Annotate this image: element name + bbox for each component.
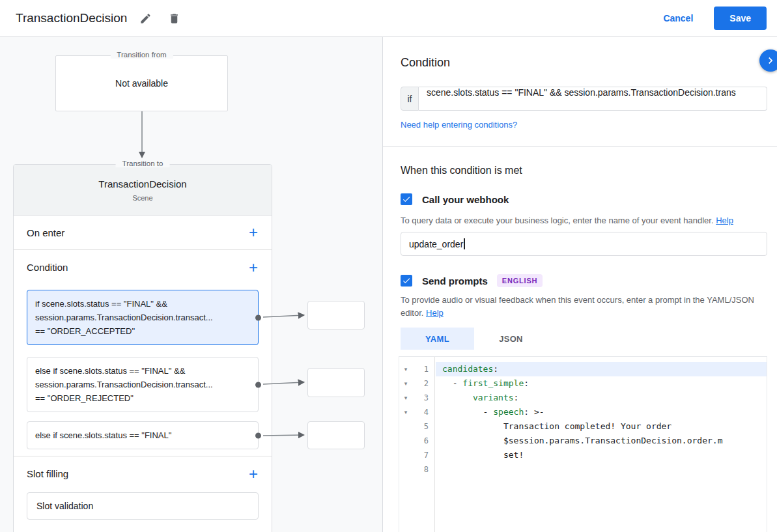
conditions-help-link[interactable]: Need help entering conditions?	[401, 120, 517, 130]
condition-input[interactable]: scene.slots.status == "FINAL" && session…	[419, 87, 767, 111]
code-line[interactable]: - first_simple:	[436, 376, 767, 391]
tab-json[interactable]: JSON	[474, 328, 548, 350]
editor-gutter: ▾1▾2▾3▾45678	[399, 357, 435, 532]
webhook-help-link[interactable]: Help	[716, 216, 733, 225]
condition-item[interactable]: else if scene.slots.status == "FINAL"	[27, 421, 259, 449]
pencil-icon	[139, 12, 152, 25]
flow-canvas: Transition from Not available Transition…	[0, 37, 383, 532]
condition-section-label: Condition	[27, 262, 68, 273]
code-line[interactable]: set!	[436, 448, 767, 462]
prompts-checkbox[interactable]	[401, 275, 412, 287]
fold-arrow-icon[interactable]: ▾	[399, 395, 412, 401]
slot-filling-row[interactable]: Slot filling +	[14, 456, 272, 491]
scene-card-header[interactable]: TransactionDecision Scene	[14, 165, 272, 216]
webhook-checkbox[interactable]	[401, 193, 412, 205]
code-line[interactable]: $session.params.TransactionDecision.orde…	[436, 434, 767, 448]
fold-arrow-icon[interactable]: ▾	[399, 366, 412, 372]
add-condition-button[interactable]: +	[243, 257, 264, 278]
condition-item[interactable]: else if scene.slots.status == "FINAL" &&…	[27, 357, 259, 412]
slot-validation-box[interactable]: Slot validation	[27, 492, 259, 520]
code-line[interactable]	[436, 462, 767, 477]
condition-item[interactable]: if scene.slots.status == "FINAL" &&sessi…	[27, 290, 259, 345]
condition-item-list: if scene.slots.status == "FINAL" &&sessi…	[14, 285, 272, 456]
transition-to-label: Transition to	[116, 160, 170, 167]
code-token: :	[514, 393, 519, 402]
webhook-row: Call your webhook	[401, 193, 509, 205]
collapse-panel-button[interactable]	[759, 49, 777, 72]
code-line[interactable]: Transaction completed! Your order	[436, 419, 767, 434]
transition-from-node: Transition from Not available	[55, 55, 228, 111]
event-handler-value: update_order	[409, 239, 463, 249]
event-handler-input[interactable]: update_order	[401, 232, 767, 256]
transition-target-box[interactable]	[307, 421, 365, 449]
connector-dot[interactable]	[255, 432, 261, 438]
code-token: $session.params.TransactionDecision.orde…	[442, 436, 722, 445]
code-token: :	[524, 407, 534, 417]
page-title: TransactionDecision	[16, 11, 127, 25]
line-number: 3	[412, 393, 434, 402]
condition-panel: Condition if scene.slots.status == "FINA…	[383, 37, 777, 532]
connector-dot[interactable]	[255, 315, 261, 320]
code-line[interactable]: candidates:	[436, 362, 767, 376]
transition-target-box[interactable]	[307, 301, 365, 329]
prompts-description: To provide audio or visual feedback when…	[401, 294, 763, 320]
prompts-label: Send prompts	[422, 275, 488, 287]
webhook-description: To query data or execute your business l…	[401, 214, 767, 227]
on-enter-row[interactable]: On enter +	[14, 216, 272, 250]
condition-text: session.params.TransactionDecision.trans…	[35, 311, 250, 324]
text-caret	[464, 238, 465, 249]
yaml-editor[interactable]: ▾1▾2▾3▾45678 candidates: - first_simple:…	[399, 356, 767, 532]
fold-arrow-icon[interactable]: ▾	[399, 380, 412, 387]
add-on-enter-button[interactable]: +	[243, 222, 264, 243]
line-number: 2	[412, 379, 434, 388]
code-token: :	[493, 364, 498, 374]
condition-expression-row: if scene.slots.status == "FINAL" && sess…	[401, 87, 767, 111]
rename-scene-button[interactable]	[135, 8, 156, 29]
line-number: 6	[412, 436, 434, 445]
line-number: 5	[412, 422, 434, 431]
code-token: >-	[534, 407, 544, 417]
chevron-right-icon	[764, 54, 777, 67]
condition-text: else if scene.slots.status == "FINAL"	[35, 428, 250, 442]
delete-scene-button[interactable]	[163, 8, 184, 29]
prompts-help-link[interactable]: Help	[426, 308, 444, 318]
check-icon	[402, 276, 411, 285]
code-line[interactable]: - speech: >-	[436, 405, 767, 419]
prompts-description-text: To provide audio or visual feedback when…	[401, 295, 754, 318]
tab-yaml[interactable]: YAML	[401, 328, 474, 350]
slot-filling-label: Slot filling	[27, 468, 68, 479]
check-icon	[402, 195, 411, 204]
scene-type: Scene	[132, 194, 152, 202]
condition-text: == "ORDER_REJECTED"	[35, 391, 250, 405]
scene-editor: TransactionDecision Cancel Save Transiti…	[0, 0, 777, 532]
webhook-description-text: To query data or execute your business l…	[401, 216, 714, 225]
code-token: :	[524, 378, 529, 388]
save-button[interactable]: Save	[714, 7, 767, 30]
connector-dot[interactable]	[255, 382, 261, 387]
on-enter-label: On enter	[27, 227, 64, 238]
code-token: set!	[442, 450, 524, 460]
line-number: 4	[412, 408, 434, 417]
condition-section: Condition + if scene.slots.status == "FI…	[14, 250, 272, 456]
scene-name: TransactionDecision	[98, 178, 186, 189]
editor-tabs: YAML JSON	[401, 328, 548, 350]
code-line[interactable]: variants:	[436, 391, 767, 405]
topbar: TransactionDecision Cancel Save	[0, 0, 777, 37]
condition-section-header[interactable]: Condition +	[14, 250, 272, 285]
panel-divider	[383, 146, 777, 147]
condition-text: else if scene.slots.status == "FINAL" &&	[35, 364, 250, 378]
transition-from-value: Not available	[115, 78, 168, 89]
trash-icon	[168, 12, 180, 25]
prompts-row: Send prompts ENGLISH	[401, 274, 543, 287]
cancel-button[interactable]: Cancel	[663, 13, 693, 23]
transition-from-label: Transition from	[110, 51, 173, 59]
editor-code[interactable]: candidates: - first_simple: variants: - …	[436, 357, 767, 532]
condition-text: if scene.slots.status == "FINAL" &&	[35, 297, 250, 311]
code-token: candidates	[442, 364, 493, 374]
transition-target-box[interactable]	[307, 368, 365, 397]
code-token: variants	[473, 393, 514, 402]
fold-arrow-icon[interactable]: ▾	[399, 409, 412, 415]
transition-to-card: Transition to TransactionDecision Scene …	[13, 164, 272, 532]
line-number: 7	[412, 451, 434, 460]
add-slot-button[interactable]: +	[243, 464, 264, 484]
